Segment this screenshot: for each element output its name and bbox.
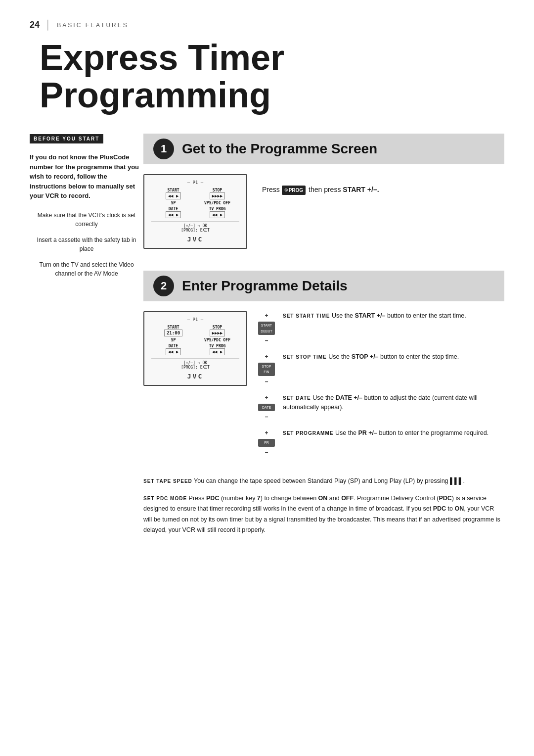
vcr-date-col: DATE ◀◀ ▶ [151,207,195,218]
before-you-start-badge: BEFORE YOU START [30,134,103,143]
vcr2-footer: [+/–] → OK[PROG]: EXIT [151,358,239,370]
step1-banner: 1 Get to the Programme Screen [143,134,504,164]
page-title: Express Timer Programming [40,39,504,114]
bottom-tape-speed: SET TAPE SPEED You can change the tape s… [143,476,504,486]
jvc-logo-2: JVC [151,373,239,380]
vcr2-sp-col: SP [151,338,195,342]
step2-instructions: + STARTDEBUT – SET START TIME Use the ST… [257,311,504,464]
sidebar-item-3: Turn on the TV and select the Video chan… [30,260,143,278]
vcr-footer: [+/–] → OK[PROG]: EXIT [151,221,239,233]
vcr2-vpspdc-col: VPS/PDC OFF [195,338,239,342]
content-layout: BEFORE YOU START If you do not know the … [30,134,504,542]
instruction-programme: + PR – SET PROGRAMME Use the PR +/– butt… [257,428,504,457]
title-line1: Express Timer [40,39,504,77]
step2-circle: 2 [153,276,174,296]
vcr-screen-2: – P1 – START 21:00 STOP ▶▶▶▶ [143,311,247,386]
divider: │ [45,20,51,30]
stop-btn-group: + STOPFIN – [257,352,276,386]
vcr-tvprog-col: TV PROG ◀◀ ▶ [195,207,239,218]
date-text: SET DATE Use the DATE +/– button to adju… [283,393,504,413]
sidebar-items: Make sure that the VCR's clock is set co… [30,211,143,278]
start-time-text: SET START TIME Use the START +/– button … [283,311,466,321]
step1-content: – P1 – START ◀◀ ▶ STOP ▶▶▶▶ [143,174,504,256]
section-label: BASIC FEATURES [57,22,128,29]
left-sidebar: BEFORE YOU START If you do not know the … [30,134,143,542]
vcr2-row-2: SP VPS/PDC OFF [151,338,239,342]
programme-text: SET PROGRAMME Use the PR +/– button to e… [283,428,489,438]
instruction-stop-time: + STOPFIN – SET STOP TIME Use the STOP +… [257,352,504,386]
step2-vcr: – P1 – START 21:00 STOP ▶▶▶▶ [143,311,247,464]
vcr-row-2: SP VPS/PDC OFF [151,201,239,205]
vcr-row-1: START ◀◀ ▶ STOP ▶▶▶▶ [151,188,239,199]
vcr-row-3: DATE ◀◀ ▶ TV PROG ◀◀ ▶ [151,207,239,218]
bottom-pdc-mode: SET PDC MODE Press PDC (number key 7) to… [143,493,504,535]
vcr2-tvprog-col: TV PROG ◀◀ ▶ [195,344,239,355]
pr-btn-group: + PR – [257,428,276,457]
step1-press-text: Press ①PROG then press START +/–. [262,174,379,196]
prog-icon: ①PROG [282,186,306,195]
date-btn-group: + DATE – [257,393,276,422]
step1-vcr: – P1 – START ◀◀ ▶ STOP ▶▶▶▶ [143,174,247,256]
vcr2-date-col: DATE ◀◀ ▶ [151,344,195,355]
start-btn-group: + STARTDEBUT – [257,311,276,345]
jvc-logo-1: JVC [151,236,239,243]
vcr2-row-3: DATE ◀◀ ▶ TV PROG ◀◀ ▶ [151,344,239,355]
vcr-sp-col: SP [151,201,195,205]
step2-banner: 2 Enter Programme Details [143,271,504,301]
vcr-vpspdc-col: VPS/PDC OFF [195,201,239,205]
vcr2-start-col: START 21:00 [151,325,195,336]
instruction-start-time: + STARTDEBUT – SET START TIME Use the ST… [257,311,504,345]
sidebar-intro: If you do not know the PlusCode number f… [30,152,143,201]
vcr-screen-header: – P1 – [151,180,239,185]
vcr-stop-col: STOP ▶▶▶▶ [195,188,239,199]
vcr2-stop-col: STOP ▶▶▶▶ [195,325,239,336]
vcr2-row-1: START 21:00 STOP ▶▶▶▶ [151,325,239,336]
vcr-start-col: START ◀◀ ▶ [151,188,195,199]
instruction-date: + DATE – SET DATE Use the DATE +/– butto… [257,393,504,422]
step2-content: – P1 – START 21:00 STOP ▶▶▶▶ [143,311,504,464]
vcr-screen-1: – P1 – START ◀◀ ▶ STOP ▶▶▶▶ [143,174,247,249]
step1-circle: 1 [153,139,174,159]
page-number: 24 [30,20,40,30]
page-container: 24 │ BASIC FEATURES Express Timer Progra… [30,20,504,542]
sidebar-item-1: Make sure that the VCR's clock is set co… [30,211,143,229]
vcr-screen2-header: – P1 – [151,317,239,322]
stop-time-text: SET STOP TIME Use the STOP +/– button to… [283,352,459,362]
step1-title: Get to the Programme Screen [182,141,377,157]
step2-title: Enter Programme Details [182,278,348,294]
main-content: 1 Get to the Programme Screen – P1 – STA… [143,134,504,542]
title-line2: Programming [40,77,504,114]
page-header: 24 │ BASIC FEATURES [30,20,504,30]
sidebar-item-2: Insert a cassette with the safety tab in… [30,236,143,253]
